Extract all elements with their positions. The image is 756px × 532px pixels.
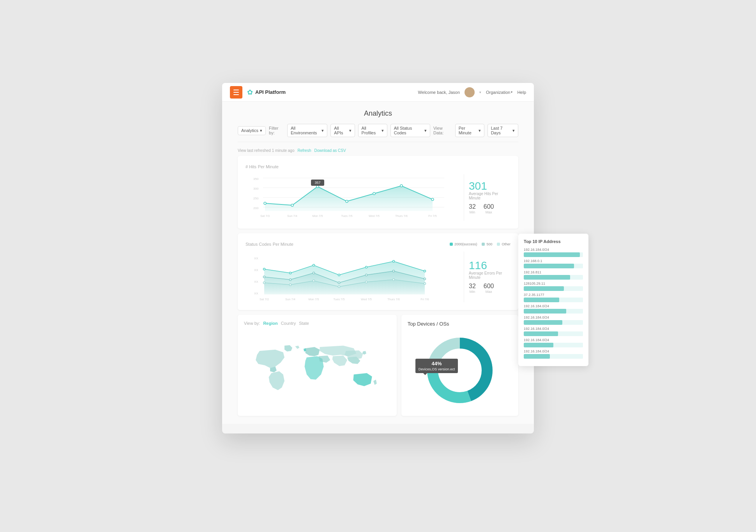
list-item: 128105.29.11	[524, 282, 583, 291]
hits-chart-content: 350 300 250 200	[246, 174, 510, 221]
analytics-select[interactable]: Analytics ▾	[238, 126, 266, 135]
svg-point-35	[338, 274, 340, 276]
status-max: 600 Max	[484, 283, 494, 294]
list-item: 192.16.184.0/24	[524, 304, 583, 314]
user-avatar[interactable]	[465, 87, 475, 97]
svg-point-40	[290, 279, 291, 281]
chevron-date-icon: ▾	[512, 128, 515, 133]
donut-tooltip: 44% Devices,OS version.ect	[415, 359, 458, 375]
help-button[interactable]: Help	[517, 90, 526, 95]
svg-point-50	[366, 281, 367, 283]
svg-text:Thurs 7/6: Thurs 7/6	[395, 214, 408, 218]
bottom-section: View by: Region Country State	[238, 315, 518, 416]
world-map-container	[244, 330, 390, 408]
list-item: 192.16.184.0/24	[524, 315, 583, 325]
profiles-select[interactable]: All Profiles ▾	[358, 124, 387, 137]
ip-bar-list: 192.16.184.0/24 192.168.0.1 192.16.811 1…	[524, 248, 583, 359]
status-svg: XX XX XX XX	[246, 252, 456, 302]
map-region-btn[interactable]: Region	[263, 321, 277, 326]
list-item: 192.16.811	[524, 270, 583, 280]
svg-text:Sun 7/4: Sun 7/4	[285, 298, 295, 301]
status-chart-panel: Status Codes Per Minute 2000(success) 50…	[238, 233, 518, 310]
organization-button[interactable]: Organization ▾	[486, 90, 512, 95]
svg-point-34	[313, 264, 315, 266]
svg-text:Sat 7/3: Sat 7/3	[260, 214, 270, 218]
svg-text:Sun 7/4: Sun 7/4	[287, 214, 297, 218]
map-state-btn[interactable]: State	[299, 321, 309, 326]
chevron-user-icon: ▾	[479, 90, 481, 94]
menu-icon	[233, 90, 239, 95]
svg-point-49	[338, 286, 340, 288]
svg-point-37	[393, 261, 395, 262]
svg-text:XX: XX	[254, 292, 258, 295]
list-item: 192.16.184.0/24	[524, 327, 583, 336]
list-item: 192.168.0.1	[524, 259, 583, 268]
svg-text:300: 300	[253, 187, 259, 190]
hits-avg-value: 301 Average Hits Per Minute	[469, 181, 510, 200]
chevron-org-icon: ▾	[511, 90, 512, 94]
date-range-select[interactable]: Last 7 Days ▾	[488, 124, 518, 137]
status-codes-select[interactable]: All Status Codes ▾	[390, 124, 430, 137]
download-csv-link[interactable]: Download as CSV	[314, 148, 346, 153]
menu-button[interactable]	[230, 86, 242, 99]
content-area: Analytics Analytics ▾ Filter by: All Env…	[222, 102, 534, 424]
refresh-bar: View last refreshed 1 minute ago Refresh…	[238, 148, 518, 153]
per-minute-select[interactable]: Per Minute ▾	[455, 124, 484, 137]
environment-select[interactable]: All Environments ▾	[287, 124, 327, 137]
view-data-label: View Data:	[433, 126, 452, 135]
hits-chart-title: # Hits Per Minute	[246, 164, 279, 169]
svg-point-12	[346, 200, 348, 203]
donut-percent: 44%	[419, 361, 455, 366]
world-map-svg	[244, 330, 390, 408]
svg-point-46	[263, 282, 265, 284]
svg-point-43	[366, 274, 367, 276]
hits-chart-panel: # Hits Per Minute 350 300 250 200	[238, 156, 518, 229]
filter-right: View Data: Per Minute ▾ Last 7 Days ▾	[433, 124, 518, 137]
legend-other: Other	[497, 242, 510, 246]
filter-by-label: Filter by:	[269, 126, 284, 135]
svg-text:250: 250	[253, 197, 259, 200]
svg-text:XX: XX	[254, 268, 258, 272]
last-refresh-text: View last refreshed 1 minute ago	[238, 148, 294, 153]
hits-min-max: 32 Min 600 Max	[469, 203, 510, 214]
svg-text:Mon 7/5: Mon 7/5	[312, 214, 323, 218]
legend-500: 500	[482, 242, 492, 246]
ip-popup: Top 10 IP Address 192.16.184.0/24 192.16…	[518, 234, 588, 366]
donut-panel: Top Devices / OSs	[401, 315, 518, 416]
logo-area: ✿ API Platform	[247, 88, 418, 97]
svg-point-41	[313, 272, 315, 274]
logo-icon: ✿	[247, 88, 253, 97]
svg-text:Thurs 7/6: Thurs 7/6	[387, 298, 400, 301]
svg-text:XX: XX	[254, 257, 258, 260]
status-chart-header: Status Codes Per Minute 2000(success) 50…	[246, 241, 510, 247]
status-min-max: 32 Min 600 Max	[469, 283, 510, 294]
status-min: 32 Min	[469, 283, 476, 294]
chevron-profiles-icon: ▾	[382, 128, 384, 133]
status-chart-title: Status Codes Per Minute	[246, 241, 293, 247]
map-country-btn[interactable]: Country	[281, 321, 296, 326]
svg-point-14	[400, 185, 403, 187]
filter-bar: Analytics ▾ Filter by: All Environments …	[238, 124, 518, 142]
ip-popup-title: Top 10 IP Address	[524, 239, 583, 244]
svg-point-33	[290, 272, 291, 274]
svg-text:Tues 7/5: Tues 7/5	[341, 214, 353, 218]
svg-point-38	[424, 270, 426, 272]
page-title: Analytics	[238, 109, 518, 118]
welcome-text: Welcome back, Jason	[418, 90, 460, 95]
donut-chart-container: 44% Devices,OS version.ect	[408, 331, 512, 409]
svg-point-52	[424, 283, 426, 285]
apis-select[interactable]: All APIs ▾	[330, 124, 355, 137]
svg-text:200: 200	[253, 206, 259, 210]
map-panel: View by: Region Country State	[238, 315, 397, 416]
svg-point-51	[393, 279, 395, 281]
chevron-status-icon: ▾	[424, 128, 427, 133]
status-chart-content: XX XX XX XX	[246, 252, 510, 302]
list-item: 192.16.184.0/24	[524, 349, 583, 359]
list-item: 37.2.35.1177	[524, 293, 583, 302]
chevron-apis-icon: ▾	[349, 128, 352, 133]
status-chart-area: XX XX XX XX	[246, 252, 456, 302]
svg-point-10	[291, 204, 293, 206]
svg-text:XX: XX	[254, 280, 258, 284]
svg-text:Sat 7/2: Sat 7/2	[260, 298, 269, 301]
refresh-link[interactable]: Refresh	[297, 148, 311, 153]
